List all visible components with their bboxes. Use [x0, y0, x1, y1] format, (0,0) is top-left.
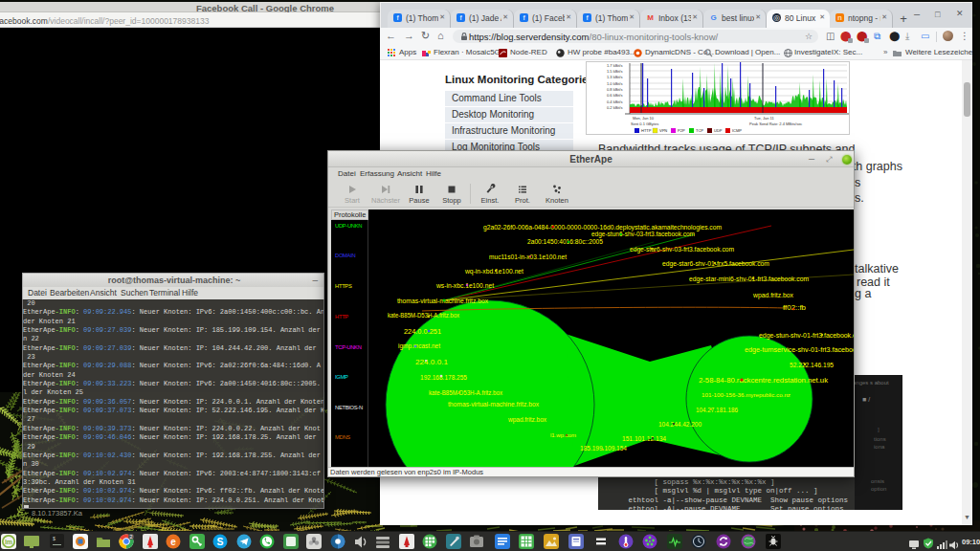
svg-text:1.5 kBit/s: 1.5 kBit/s — [607, 69, 622, 74]
svg-text:192.168.178.255: 192.168.178.255 — [420, 374, 467, 381]
svg-text:igmp.mcast.net: igmp.mcast.net — [398, 342, 440, 350]
svg-text:S: S — [216, 536, 223, 547]
svg-text:kate-B85M-D53H-A.fritz.box: kate-B85M-D53H-A.fritz.box — [388, 312, 460, 319]
svg-text:edge-stun-shv-01-frt3.facebook: edge-stun-shv-01-frt3.facebook.com — [759, 332, 854, 340]
svg-text:104.27.181.186: 104.27.181.186 — [696, 407, 738, 413]
svg-text:P2P: P2P — [678, 128, 685, 133]
svg-text:1.3 kBit/s: 1.3 kBit/s — [607, 75, 622, 79]
svg-text:104.244.42.200: 104.244.42.200 — [658, 421, 702, 428]
svg-text:101-100-156-36.myrepublic.co.n: 101-100-156-36.myrepublic.co.nz — [702, 391, 791, 398]
svg-text:0.4 kBit/s: 0.4 kBit/s — [607, 99, 622, 104]
svg-text:224.0.0.1: 224.0.0.1 — [415, 359, 448, 365]
svg-text:edge-star6-shv-03-frt3.faceboo: edge-star6-shv-03-frt3.facebook.com — [630, 246, 734, 253]
svg-text:muc11s01-in-x03.1e100.net: muc11s01-in-x03.1e100.net — [489, 253, 567, 260]
svg-text:0.6 kBit/s: 0.6 kBit/s — [607, 93, 622, 98]
svg-text:edge-turnservice-shv-01-frt3.f: edge-turnservice-shv-01-frt3.facebook.c — [745, 346, 854, 354]
svg-text:kate-B85M-D53H-A.fritz.box: kate-B85M-D53H-A.fritz.box — [429, 389, 503, 396]
svg-text:VPN: VPN — [659, 128, 667, 133]
svg-text:1.0 kBit/s: 1.0 kBit/s — [607, 81, 622, 86]
svg-text:thomas-virtual-machine.fritz.b: thomas-virtual-machine.fritz.box — [448, 401, 540, 408]
svg-text:$: $ — [53, 537, 56, 542]
svg-text:0.2 kBit/s: 0.2 kBit/s — [607, 105, 622, 110]
svg-text:ICMP: ICMP — [732, 128, 742, 133]
svg-text:185.199.109.154: 185.199.109.154 — [580, 445, 627, 452]
svg-text:edge-star-mini6-shv-01-frt3.fa: edge-star-mini6-shv-01-frt3.facebook.com — [689, 276, 809, 283]
svg-text:UDP: UDP — [714, 128, 723, 133]
svg-text:wpad.fritz.box: wpad.fritz.box — [507, 416, 547, 424]
svg-text:Tue, Jan 11: Tue, Jan 11 — [754, 116, 774, 121]
svg-text:e: e — [170, 537, 176, 547]
svg-text:TCP: TCP — [696, 128, 703, 133]
svg-text:Mon, Jan 10: Mon, Jan 10 — [633, 116, 655, 121]
svg-text:edge-star6-shv-01-frx5.faceboo: edge-star6-shv-01-frx5.facebook.com — [662, 260, 769, 268]
svg-text:l1.wp.com: l1.wp.com — [550, 431, 576, 438]
svg-text:Peak Send Rate: 2.4 MBits/sec: Peak Send Rate: 2.4 MBits/sec — [749, 121, 802, 126]
svg-text:lm: lm — [5, 539, 12, 545]
svg-text:2: 2 — [129, 534, 132, 540]
svg-text:2a00:1450:4016:80c::2005: 2a00:1450:4016:80c::2005 — [527, 238, 603, 245]
svg-text:0.8 kBit/s: 0.8 kBit/s — [607, 87, 622, 92]
svg-text:wpad.fritz.box: wpad.fritz.box — [752, 292, 794, 299]
svg-text:52.222.146.195: 52.222.146.195 — [790, 362, 834, 368]
svg-text:HTTP: HTTP — [641, 128, 652, 133]
svg-text:2-58-84-80.rackcentre.redstati: 2-58-84-80.rackcentre.redstation.net.uk — [699, 377, 829, 384]
svg-text:wq-in-xbd.1e100.net: wq-in-xbd.1e100.net — [464, 268, 523, 276]
svg-text:1.7 kBit/s: 1.7 kBit/s — [607, 63, 622, 68]
svg-text:Sent 0.1 GBytes: Sent 0.1 GBytes — [631, 121, 658, 126]
svg-text:edge-stun6-shv-03-frt3.faceboo: edge-stun6-shv-03-frt3.facebook.com — [591, 231, 695, 238]
svg-text:ws-in-xbc.1e100.net: ws-in-xbc.1e100.net — [435, 282, 494, 289]
svg-text:ff02::fb: ff02::fb — [783, 304, 807, 311]
svg-text:224.0.0.251: 224.0.0.251 — [404, 328, 441, 335]
svg-text:151.101.12.134: 151.101.12.134 — [622, 435, 666, 442]
